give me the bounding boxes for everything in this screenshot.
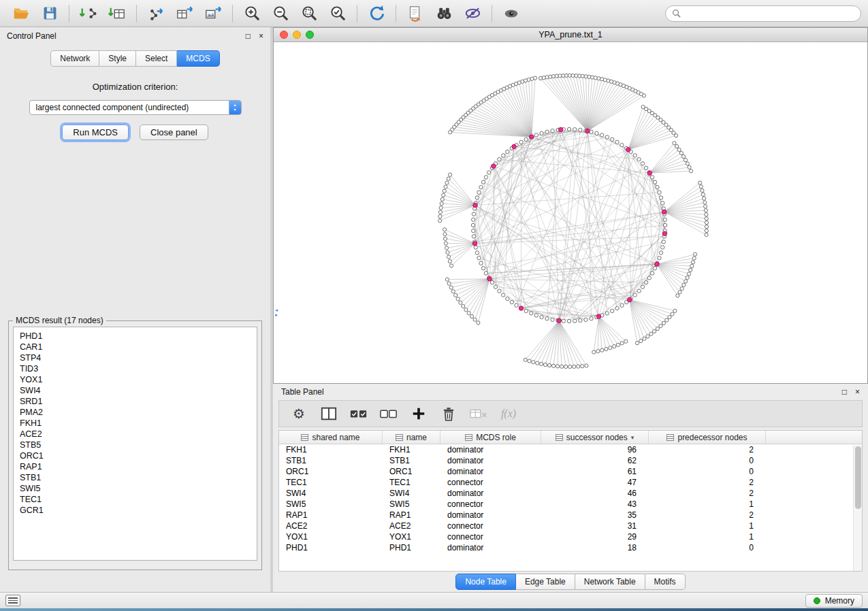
tab-network[interactable]: Network — [50, 50, 99, 67]
toolbar-separator — [232, 5, 233, 22]
scrollbar-thumb[interactable] — [855, 446, 861, 509]
list-item[interactable]: STB1 — [20, 472, 251, 483]
tab-network-table[interactable]: Network Table — [575, 574, 645, 590]
table-row[interactable]: SWI4 SWI4 dominator 46 2 — [279, 488, 862, 499]
table-body: FKH1 FKH1 dominator 96 2 STB1 STB1 domin… — [279, 444, 862, 553]
export-table-button[interactable] — [170, 2, 199, 25]
close-window-icon[interactable] — [280, 31, 288, 39]
cell-name: PHD1 — [383, 543, 440, 552]
list-item[interactable]: ORC1 — [20, 450, 251, 461]
list-item[interactable]: ACE2 — [20, 429, 251, 440]
hide-graphics-details-button[interactable] — [458, 2, 487, 25]
select-all-rows-button[interactable] — [347, 403, 370, 425]
list-item[interactable]: RAP1 — [20, 461, 251, 472]
open-file-button[interactable] — [7, 2, 35, 25]
import-table-button[interactable] — [103, 2, 131, 25]
table-row[interactable]: ORC1 ORC1 dominator 61 0 — [279, 466, 862, 477]
table-row[interactable]: SWI5 SWI5 connector 43 1 — [279, 499, 862, 510]
show-columns-button[interactable] — [317, 403, 340, 425]
table-panel-title: Table Panel — [281, 387, 324, 397]
column-header-successor-nodes[interactable]: successor nodes ▾ — [541, 431, 649, 444]
list-item[interactable]: YOX1 — [20, 374, 251, 385]
tab-edge-table[interactable]: Edge Table — [516, 574, 575, 590]
list-item[interactable]: PHD1 — [20, 331, 251, 342]
close-panel-icon[interactable]: × — [259, 32, 263, 40]
float-panel-icon[interactable]: □ — [246, 32, 251, 40]
list-item[interactable]: SWI4 — [20, 385, 251, 396]
column-header-name[interactable]: name — [383, 431, 440, 444]
deselect-all-rows-button[interactable] — [377, 403, 400, 425]
run-mcds-button[interactable]: Run MCDS — [62, 125, 129, 140]
tab-style[interactable]: Style — [99, 50, 136, 67]
table-row[interactable]: FKH1 FKH1 dominator 96 2 — [279, 444, 862, 455]
minimize-window-icon[interactable] — [293, 31, 301, 39]
optimization-criterion-select[interactable]: largest connected component (undirected)… — [29, 100, 242, 115]
export-image-button[interactable] — [199, 2, 227, 25]
search-network-button[interactable] — [430, 2, 458, 25]
tab-node-table[interactable]: Node Table — [455, 574, 516, 590]
search-input[interactable] — [685, 9, 854, 18]
create-column-button[interactable] — [407, 403, 430, 425]
table-header-row: shared name name MCDS role successo — [279, 431, 862, 444]
maximize-window-icon[interactable] — [306, 31, 314, 39]
column-header-shared-name[interactable]: shared name — [279, 431, 383, 444]
document-share-icon — [406, 5, 424, 22]
table-row[interactable]: PHD1 PHD1 dominator 18 0 — [279, 542, 862, 553]
cell-predecessor-nodes: 0 — [649, 543, 766, 552]
cell-shared-name: RAP1 — [279, 510, 383, 520]
show-details-button[interactable] — [497, 2, 526, 25]
table-row[interactable]: TEC1 TEC1 connector 47 2 — [279, 477, 862, 488]
show-panels-button[interactable] — [5, 595, 20, 606]
export-network-button[interactable] — [142, 2, 170, 25]
right-area: YPA_prune.txt_1 ◂ ▸ Ta — [273, 27, 868, 592]
column-header-label: MCDS role — [476, 433, 516, 442]
apply-layout-button[interactable] — [362, 2, 391, 25]
tab-motifs[interactable]: Motifs — [645, 574, 686, 590]
column-header-mcds-role[interactable]: MCDS role — [440, 431, 541, 444]
cell-name: STB1 — [383, 456, 440, 465]
memory-button[interactable]: Memory — [805, 594, 863, 608]
list-item[interactable]: STB5 — [20, 440, 251, 450]
list-item[interactable]: TEC1 — [20, 494, 251, 505]
column-header-label: name — [406, 433, 427, 442]
list-item[interactable]: CAR1 — [20, 342, 251, 352]
table-row[interactable]: STB1 STB1 dominator 62 0 — [279, 455, 862, 466]
zoom-fit-icon — [300, 4, 319, 22]
table-row[interactable]: RAP1 RAP1 dominator 35 2 — [279, 510, 862, 521]
list-item[interactable]: STP4 — [20, 352, 251, 363]
cell-name: ORC1 — [383, 467, 440, 476]
cell-name: ACE2 — [383, 521, 440, 531]
network-canvas[interactable] — [274, 42, 867, 383]
cell-mcds-role: dominator — [440, 489, 541, 498]
list-item[interactable]: SWI5 — [20, 483, 251, 494]
tab-mcds[interactable]: MCDS — [177, 50, 219, 67]
zoom-selected-button[interactable] — [323, 2, 352, 25]
function-builder-button-disabled: f(x) — [497, 403, 520, 425]
annotation-document-button[interactable] — [401, 2, 430, 25]
tab-select[interactable]: Select — [136, 50, 177, 67]
list-item[interactable]: SRD1 — [20, 396, 251, 407]
cell-successor-nodes: 18 — [541, 543, 649, 552]
close-panel-icon[interactable]: × — [855, 388, 860, 396]
delete-column-button[interactable] — [437, 403, 460, 425]
table-settings-button[interactable]: ⚙ — [287, 403, 310, 425]
list-item[interactable]: PMA2 — [20, 407, 251, 418]
table-scrollbar[interactable] — [853, 445, 862, 571]
list-item[interactable]: TID3 — [20, 363, 251, 374]
zoom-in-button[interactable] — [238, 2, 266, 25]
zoom-out-button[interactable] — [266, 2, 295, 25]
list-item[interactable]: FKH1 — [20, 418, 251, 429]
splitter-handle[interactable]: ◂ ▸ — [274, 303, 279, 321]
zoom-fit-button[interactable] — [295, 2, 323, 25]
import-network-button[interactable] — [74, 2, 103, 25]
list-item[interactable]: GCR1 — [20, 505, 251, 516]
float-panel-icon[interactable]: □ — [842, 388, 847, 396]
table-row[interactable]: ACE2 ACE2 connector 31 1 — [279, 521, 862, 531]
memory-status-icon — [814, 597, 820, 604]
table-toolbar: ⚙ — [278, 400, 863, 427]
save-session-button[interactable] — [35, 2, 64, 25]
mcds-result-list[interactable]: PHD1 CAR1 STP4 TID3 YOX1 SWI4 SRD1 PMA2 … — [13, 327, 257, 561]
close-panel-button[interactable]: Close panel — [140, 125, 208, 140]
column-header-predecessor-nodes[interactable]: predecessor nodes — [649, 431, 766, 444]
table-row[interactable]: YOX1 YOX1 connector 29 1 — [279, 531, 862, 542]
